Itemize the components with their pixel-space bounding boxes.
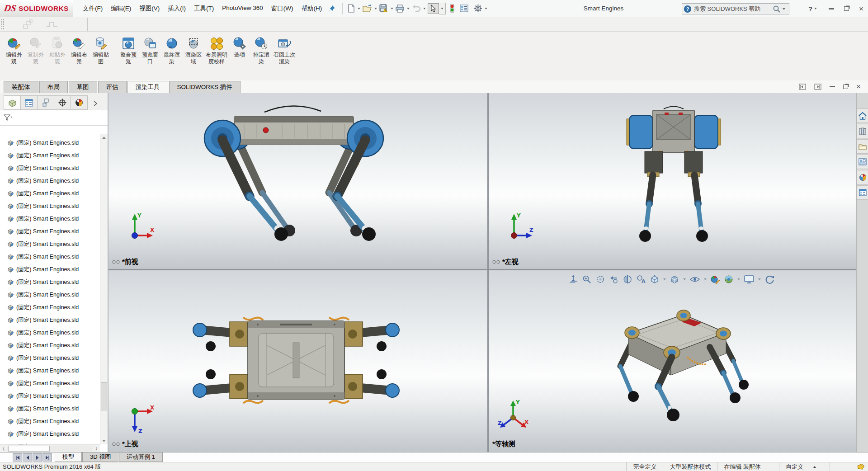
- tree-item[interactable]: (固定) Smart Engines.sld: [0, 402, 100, 415]
- zoom-icon[interactable]: [594, 273, 607, 285]
- doc-minimize-button[interactable]: [830, 86, 835, 87]
- first-tab-button[interactable]: [13, 453, 22, 462]
- view-orientation-icon[interactable]: [648, 273, 661, 285]
- minimize-button[interactable]: [829, 8, 834, 9]
- tree-item[interactable]: (固定) Smart Engines.sld: [0, 440, 100, 444]
- options-gear-icon[interactable]: [473, 3, 483, 14]
- search-icon[interactable]: [773, 5, 781, 13]
- apply-scene-icon[interactable]: [722, 273, 736, 285]
- menubar-item[interactable]: 窗口(W): [267, 2, 297, 15]
- search-input[interactable]: 搜索 SOLIDWORKS 帮助: [694, 5, 773, 13]
- hscroll-thumb[interactable]: [8, 446, 50, 452]
- view-orientation-caret[interactable]: [663, 278, 666, 280]
- file-explorer-tab[interactable]: [857, 139, 868, 154]
- tree-item[interactable]: (固定) Smart Engines.sld: [0, 428, 100, 440]
- interference-detection-icon[interactable]: [449, 3, 455, 14]
- tree-item[interactable]: (固定) Smart Engines.sld: [0, 364, 100, 377]
- edit-decal-button[interactable]: 编辑贴图: [90, 35, 111, 65]
- last-tab-button[interactable]: [42, 453, 52, 462]
- menubar-item[interactable]: 帮助(H): [297, 2, 326, 15]
- tab-sketch[interactable]: 草图: [69, 81, 97, 93]
- previous-tab-button[interactable]: [23, 453, 32, 462]
- select-cursor-button[interactable]: [428, 3, 439, 14]
- scroll-left-arrow[interactable]: 〈: [0, 446, 7, 452]
- tree-item[interactable]: (固定) Smart Engines.sld: [0, 263, 100, 276]
- displaymanager-tab[interactable]: [71, 95, 88, 110]
- tree-item[interactable]: (固定) Smart Engines.sld: [0, 377, 100, 390]
- menubar-item[interactable]: 插入(I): [164, 2, 190, 15]
- tab-render-tools[interactable]: 渲染工具: [127, 81, 168, 93]
- tree-item[interactable]: (固定) Smart Engines.sld: [0, 314, 100, 326]
- search-box[interactable]: ? 搜索 SOLIDWORKS 帮助: [682, 3, 789, 14]
- tab-assembly[interactable]: 装配体: [4, 81, 38, 93]
- render-options-button[interactable]: 选项: [229, 35, 250, 58]
- custom-properties-tab[interactable]: [857, 185, 868, 200]
- scene-illumination-proof-button[interactable]: 布景照明度校样: [205, 35, 228, 65]
- menubar-item[interactable]: 工具(T): [190, 2, 218, 15]
- rotate-view-icon[interactable]: [763, 273, 776, 285]
- resources-home-tab[interactable]: [857, 108, 868, 123]
- display-style-caret[interactable]: [683, 278, 686, 280]
- tree-item[interactable]: (固定) Smart Engines.sld: [0, 200, 100, 212]
- doc-restore-button[interactable]: [843, 85, 848, 89]
- tree-item[interactable]: (固定) Smart Engines.sld: [0, 137, 100, 149]
- pin-icon[interactable]: [329, 5, 335, 12]
- scroll-thumb[interactable]: [101, 382, 107, 410]
- tree-item[interactable]: (固定) Smart Engines.sld: [0, 162, 100, 174]
- zoom-to-area-icon[interactable]: [580, 273, 594, 285]
- menubar-item[interactable]: 视图(V): [135, 2, 164, 15]
- schedule-render-button[interactable]: 排定渲染: [251, 35, 272, 65]
- status-customize[interactable]: 自定义: [779, 462, 830, 471]
- zoom-to-fit-icon[interactable]: [566, 273, 580, 285]
- search-scope-caret[interactable]: [783, 8, 785, 10]
- viewport-front[interactable]: Y X *前视: [108, 93, 487, 269]
- edit-appearance-button[interactable]: 编辑外观: [4, 35, 24, 65]
- dimxpertmanager-tab[interactable]: [54, 95, 71, 110]
- recall-last-render-button[interactable]: 召回上次渲染: [273, 35, 296, 65]
- print-button[interactable]: [395, 3, 405, 14]
- save-caret[interactable]: [391, 8, 393, 9]
- view-settings-icon[interactable]: [742, 273, 756, 285]
- appearances-scenes-tab[interactable]: [857, 170, 868, 184]
- new-document-button[interactable]: [347, 3, 356, 14]
- panel-expand-chevron[interactable]: [94, 101, 97, 106]
- tree-item[interactable]: (固定) Smart Engines.sld: [0, 225, 100, 238]
- tree-item[interactable]: (固定) Smart Engines.sld: [0, 212, 100, 225]
- menubar-item[interactable]: PhotoView 360: [218, 2, 267, 15]
- edit-scene-button[interactable]: 编辑布景: [69, 35, 90, 65]
- undo-caret[interactable]: [423, 8, 426, 9]
- final-render-button[interactable]: 最终渲染: [161, 35, 182, 65]
- tree-vertical-scrollbar[interactable]: [100, 134, 108, 444]
- tree-item[interactable]: (固定) Smart Engines.sld: [0, 339, 100, 352]
- scroll-down-arrow[interactable]: [101, 438, 107, 443]
- apply-scene-caret[interactable]: [737, 278, 740, 280]
- previous-view-icon[interactable]: [607, 273, 621, 285]
- viewport-top[interactable]: X Z *上视: [108, 270, 487, 452]
- tree-horizontal-scrollbar[interactable]: 〈 〉: [0, 444, 100, 452]
- propertymanager-tab[interactable]: [20, 95, 38, 110]
- render-region-button[interactable]: 渲染区域: [183, 35, 204, 65]
- tab-layout[interactable]: 布局: [39, 81, 68, 93]
- view-settings-caret[interactable]: [758, 278, 761, 280]
- configurationmanager-tab[interactable]: [37, 95, 54, 110]
- view-palette-tab[interactable]: [857, 155, 868, 169]
- options-gear-caret[interactable]: [485, 8, 487, 9]
- annotation-view-icon[interactable]: A: [634, 273, 648, 285]
- tree-item[interactable]: (固定) Smart Engines.sld: [0, 149, 100, 162]
- tag-icon[interactable]: [857, 464, 864, 470]
- design-library-tab[interactable]: [857, 124, 868, 138]
- next-tab-button[interactable]: [33, 453, 42, 462]
- tree-item[interactable]: (固定) Smart Engines.sld: [0, 174, 100, 187]
- tree-item[interactable]: (固定) Smart Engines.sld: [0, 288, 100, 301]
- scroll-right-arrow[interactable]: 〉: [93, 446, 100, 452]
- tab-evaluate[interactable]: 评估: [98, 81, 127, 93]
- tree-item[interactable]: (固定) Smart Engines.sld: [0, 238, 100, 250]
- help-button[interactable]: ?: [808, 5, 819, 13]
- menubar-item[interactable]: 编辑(E): [107, 2, 135, 15]
- tree-item[interactable]: (固定) Smart Engines.sld: [0, 250, 100, 263]
- previous-pane-button[interactable]: [799, 84, 806, 90]
- toolbar-drag-handle[interactable]: [1, 19, 4, 30]
- tree-item[interactable]: (固定) Smart Engines.sld: [0, 326, 100, 339]
- open-button[interactable]: [362, 3, 373, 14]
- edit-appearance-hud-icon[interactable]: [708, 273, 722, 285]
